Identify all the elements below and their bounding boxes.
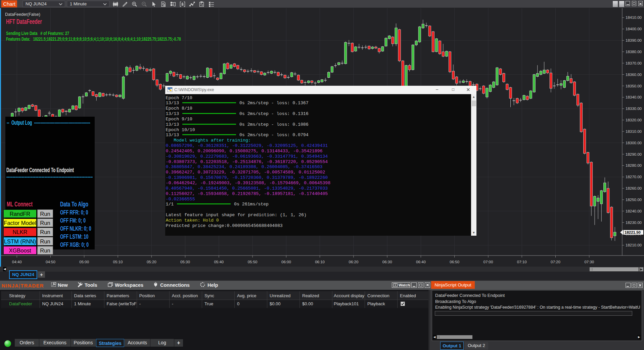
svg-text:18230.00: 18230.00 <box>626 221 642 225</box>
svg-text:06:20: 06:20 <box>349 260 359 264</box>
svg-text:05:00: 05:00 <box>79 260 89 264</box>
svg-text:07:30: 07:30 <box>584 260 594 264</box>
svg-text:18330.00: 18330.00 <box>626 107 642 111</box>
svg-text:18310.00: 18310.00 <box>626 129 642 133</box>
svg-text:06:50: 06:50 <box>450 260 459 264</box>
svg-text:18210.00: 18210.00 <box>626 243 642 247</box>
svg-text:07:10: 07:10 <box>517 260 527 264</box>
svg-text:06:10: 06:10 <box>315 260 325 264</box>
svg-text:18370.00: 18370.00 <box>626 61 642 65</box>
svg-text:18340.00: 18340.00 <box>626 95 642 99</box>
svg-text:18320.00: 18320.00 <box>626 118 642 122</box>
svg-text:06:40: 06:40 <box>416 260 426 264</box>
svg-text:05:40: 05:40 <box>214 260 224 264</box>
svg-text:05:10: 05:10 <box>113 260 123 264</box>
svg-text:18240.00: 18240.00 <box>626 209 642 213</box>
svg-text:05:50: 05:50 <box>248 260 258 264</box>
svg-text:05:30: 05:30 <box>180 260 190 264</box>
svg-text:05:20: 05:20 <box>147 260 156 264</box>
svg-text:18270.00: 18270.00 <box>626 175 642 179</box>
svg-text:04:50: 04:50 <box>46 260 55 264</box>
svg-text:07:00: 07:00 <box>484 260 493 264</box>
svg-text:18410.00: 18410.00 <box>626 15 642 20</box>
svg-text:18260.00: 18260.00 <box>626 186 642 190</box>
svg-text:18350.00: 18350.00 <box>626 84 642 88</box>
svg-text:18290.00: 18290.00 <box>626 152 642 156</box>
svg-text:06:30: 06:30 <box>382 260 392 264</box>
svg-text:18390.00: 18390.00 <box>626 38 642 42</box>
svg-text:07:20: 07:20 <box>551 260 560 264</box>
svg-text:18300.00: 18300.00 <box>626 141 642 145</box>
svg-text:04:40: 04:40 <box>12 260 22 264</box>
svg-text:06:00: 06:00 <box>281 260 291 264</box>
svg-text:18280.00: 18280.00 <box>626 163 642 167</box>
svg-text:18380.00: 18380.00 <box>626 50 642 54</box>
svg-text:18400.00: 18400.00 <box>626 27 642 31</box>
svg-text:18360.00: 18360.00 <box>626 73 642 77</box>
svg-text:18250.00: 18250.00 <box>626 198 642 202</box>
